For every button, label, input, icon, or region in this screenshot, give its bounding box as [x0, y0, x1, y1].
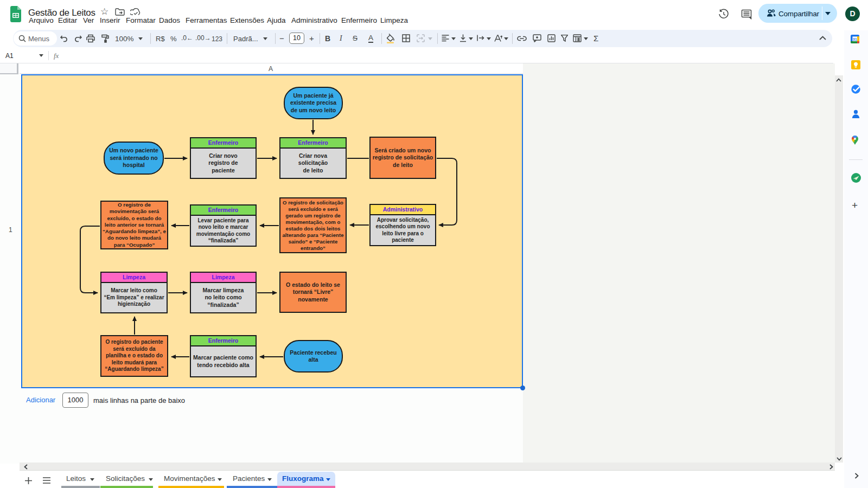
svg-text:31: 31: [853, 37, 857, 42]
